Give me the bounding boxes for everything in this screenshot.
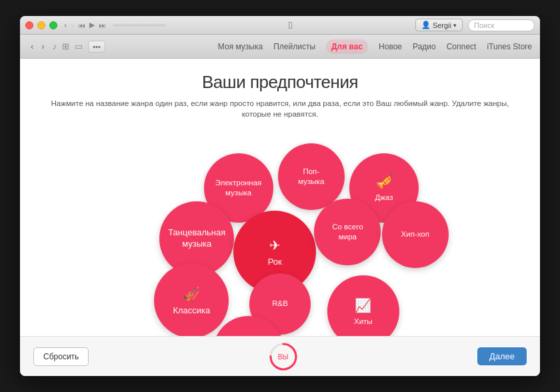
nav-back-icon[interactable]: ‹: [28, 40, 36, 53]
progress-label: ВЫ: [278, 353, 289, 360]
view-list-icon[interactable]: ⊞: [62, 41, 69, 51]
fastforward-icon[interactable]: ⏭: [99, 21, 106, 29]
bubble-label-1: Поп-музыка: [298, 167, 324, 187]
titlebar-center: : [166, 19, 415, 31]
back-icon[interactable]: ‹: [64, 20, 67, 30]
genre-bubble-1[interactable]: Поп-музыка: [278, 143, 345, 210]
search-placeholder: Поиск: [474, 21, 494, 29]
titlebar: ‹ › ⏮ ▶ ⏭  👤 Sergii ▾ Поиск: [20, 16, 540, 35]
user-button[interactable]: 👤 Sergii ▾: [415, 19, 463, 31]
forward-icon[interactable]: ›: [71, 20, 73, 30]
titlebar-right: 👤 Sergii ▾ Поиск: [415, 19, 535, 31]
reset-button[interactable]: Сбросить: [33, 347, 89, 366]
nav-links: Моя музыка Плейлисты Для вас Новое Радио…: [218, 39, 532, 54]
user-icon: 👤: [421, 21, 431, 29]
genre-bubble-5[interactable]: Со всегомира: [314, 199, 381, 265]
toolbar: ‹ › ♪ ⊞ ▭ ••• Моя музыка Плейлисты Для в…: [20, 35, 540, 59]
user-label: Sergii: [433, 21, 451, 29]
play-icon[interactable]: ▶: [89, 21, 95, 29]
bubble-label-7: Классика: [173, 305, 210, 317]
itunes-window: ‹ › ⏮ ▶ ⏭  👤 Sergii ▾ Поиск ‹ › ♪ ⊞: [20, 16, 540, 376]
nav-playlists[interactable]: Плейлисты: [273, 42, 315, 51]
page-subtitle: Нажмите на название жанра один раз, если…: [47, 98, 513, 119]
nav-for-you[interactable]: Для вас: [326, 39, 368, 54]
bubble-label-8: R&B: [272, 299, 288, 309]
next-button[interactable]: Далее: [477, 347, 527, 365]
bubble-icon-4: ✈: [269, 237, 281, 254]
maximize-button[interactable]: [49, 21, 57, 29]
bubble-icon-7: 🎻: [183, 285, 200, 303]
bubble-label-6: Хип-хоп: [401, 229, 429, 239]
genre-bubble-7[interactable]: 🎻Классика: [154, 263, 229, 336]
nav-forward-icon[interactable]: ›: [39, 40, 47, 53]
genre-bubble-6[interactable]: Хип-хоп: [382, 201, 449, 268]
bubble-label-3: Танцевальнаямузыка: [168, 227, 225, 250]
apple-logo: : [289, 19, 292, 31]
page-title: Ваши предпочтения: [20, 72, 540, 93]
nav-my-music[interactable]: Моя музыка: [218, 42, 263, 51]
bubble-label-5: Со всегомира: [332, 222, 363, 242]
nav-connect[interactable]: Connect: [447, 42, 477, 51]
more-options-button[interactable]: •••: [88, 41, 105, 53]
music-note-icon: ♪: [53, 41, 57, 51]
bubble-label-0: Электроннаямузыка: [215, 178, 262, 198]
display-icon[interactable]: ▭: [75, 41, 83, 51]
traffic-lights: [25, 21, 57, 29]
bubble-label-2: Джаз: [375, 193, 393, 203]
bubble-label-10: Хиты: [354, 317, 373, 327]
bubble-icon-10: 📈: [355, 297, 371, 314]
rewind-icon[interactable]: ⏮: [78, 21, 85, 29]
genre-bubble-10[interactable]: 📈Хиты: [327, 275, 399, 336]
close-button[interactable]: [25, 21, 33, 29]
chevron-down-icon: ▾: [453, 22, 457, 29]
nav-radio[interactable]: Радио: [413, 42, 436, 51]
progress-circle: ВЫ: [268, 341, 299, 372]
search-input[interactable]: Поиск: [468, 19, 535, 31]
bubbles-area: ЭлектроннаямузыкаПоп-музыка🎺ДжазТанцевал…: [20, 119, 540, 336]
bubble-icon-2: 🎺: [376, 173, 393, 190]
bubble-label-4: Рок: [268, 257, 282, 268]
nav-itunes-store[interactable]: iTunes Store: [487, 42, 532, 51]
nav-new[interactable]: Новое: [379, 42, 402, 51]
footer: Сбросить ВЫ Далее: [20, 336, 540, 376]
minimize-button[interactable]: [37, 21, 45, 29]
main-content: Ваши предпочтения Нажмите на название жа…: [20, 59, 540, 336]
nav-controls: ‹ ›: [28, 40, 47, 53]
